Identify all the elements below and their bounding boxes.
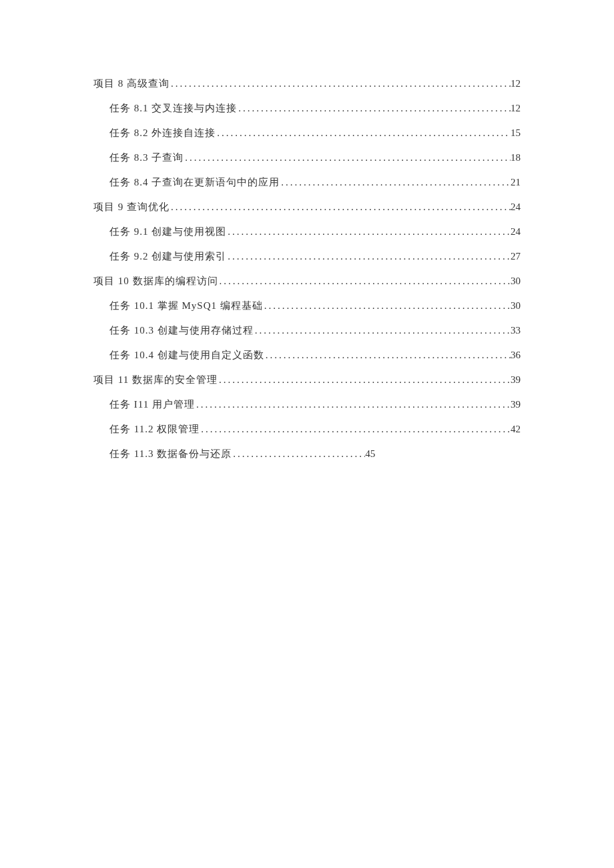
toc-entry: 任务 9.2 创建与使用索引27 xyxy=(93,250,521,263)
toc-title: 任务 9.2 创建与使用索引 xyxy=(109,250,226,263)
toc-title: 任务 I11 用户管理 xyxy=(109,398,195,411)
toc-page-number: 27 xyxy=(511,251,521,262)
toc-page-number: 30 xyxy=(511,276,521,287)
toc-page-number: 24 xyxy=(511,226,521,238)
toc-page-number: 24 xyxy=(511,201,521,213)
toc-leader-dots xyxy=(218,374,511,386)
toc-leader-dots xyxy=(195,399,511,410)
toc-entry: 任务 I11 用户管理39 xyxy=(93,398,521,411)
toc-leader-dots xyxy=(263,300,511,312)
toc-page-number: 33 xyxy=(511,325,521,336)
toc-entry: 项目 9 查询优化24 xyxy=(93,201,521,213)
toc-title: 项目 10 数据库的编程访问 xyxy=(93,275,218,288)
toc-page-number: 36 xyxy=(511,350,521,361)
toc-leader-dots xyxy=(237,103,511,114)
toc-page-number: 45 xyxy=(365,448,375,460)
toc-entry: 任务 10.1 掌握 MySQ1 编程基础30 xyxy=(93,300,521,312)
toc-title: 任务 10.1 掌握 MySQ1 编程基础 xyxy=(109,300,263,312)
toc-entry: 项目 8 高级查询12 xyxy=(93,77,521,90)
toc-page-number: 39 xyxy=(511,399,521,410)
toc-leader-dots xyxy=(170,78,511,89)
toc-entry: 任务 8.2 外连接自连接15 xyxy=(93,127,521,139)
toc-title: 任务 8.4 子查询在更新语句中的应用 xyxy=(109,176,280,189)
toc-page-number: 30 xyxy=(511,300,521,312)
toc-leader-dots xyxy=(216,127,511,139)
toc-title: 任务 8.2 外连接自连接 xyxy=(109,127,216,139)
toc-page-number: 21 xyxy=(511,177,521,188)
toc-leader-dots xyxy=(226,251,511,262)
toc-page-number: 12 xyxy=(511,78,521,89)
toc-leader-dots xyxy=(200,424,511,435)
toc-entry: 任务 9.1 创建与使用视图24 xyxy=(93,226,521,238)
toc-entry: 任务 8.3 子查询18 xyxy=(93,151,521,164)
toc-title: 项目 11 数据库的安全管理 xyxy=(93,374,218,386)
toc-leader-dots xyxy=(226,226,511,238)
toc-leader-dots xyxy=(254,325,511,336)
toc-title: 任务 11.2 权限管理 xyxy=(109,423,200,436)
toc-entry: 任务 10.3 创建与使用存储过程33 xyxy=(93,324,521,337)
toc-page-number: 18 xyxy=(511,152,521,163)
toc-entry: 项目 11 数据库的安全管理39 xyxy=(93,374,521,386)
toc-title: 任务 10.3 创建与使用存储过程 xyxy=(109,324,254,337)
toc-title: 任务 11.3 数据备份与还原 xyxy=(109,448,232,460)
toc-leader-dots xyxy=(184,152,511,163)
toc-leader-dots xyxy=(218,276,511,287)
toc-entry: 任务 11.3 数据备份与还原45 xyxy=(93,448,521,460)
toc-page-number: 42 xyxy=(511,424,521,435)
toc-leader-dots xyxy=(170,201,511,213)
toc-entry: 任务 8.4 子查询在更新语句中的应用21 xyxy=(93,176,521,189)
toc-page-number: 15 xyxy=(511,127,521,139)
toc-title: 任务 8.3 子查询 xyxy=(109,151,184,164)
toc-page-number: 12 xyxy=(511,103,521,114)
toc-title: 项目 9 查询优化 xyxy=(93,201,170,213)
toc-leader-dots xyxy=(264,350,511,361)
toc-entry: 任务 8.1 交叉连接与内连接12 xyxy=(93,102,521,115)
toc-page-number: 39 xyxy=(511,374,521,386)
toc-title: 任务 8.1 交叉连接与内连接 xyxy=(109,102,237,115)
toc-entry: 任务 10.4 创建与使用自定义函数36 xyxy=(93,349,521,362)
toc-title: 任务 9.1 创建与使用视图 xyxy=(109,226,226,238)
toc-title: 项目 8 高级查询 xyxy=(93,77,170,90)
table-of-contents: 项目 8 高级查询12任务 8.1 交叉连接与内连接12任务 8.2 外连接自连… xyxy=(93,77,521,460)
toc-leader-dots xyxy=(280,177,511,188)
toc-leader-dots xyxy=(232,448,365,460)
toc-title: 任务 10.4 创建与使用自定义函数 xyxy=(109,349,264,362)
toc-entry: 任务 11.2 权限管理42 xyxy=(93,423,521,436)
toc-entry: 项目 10 数据库的编程访问30 xyxy=(93,275,521,288)
